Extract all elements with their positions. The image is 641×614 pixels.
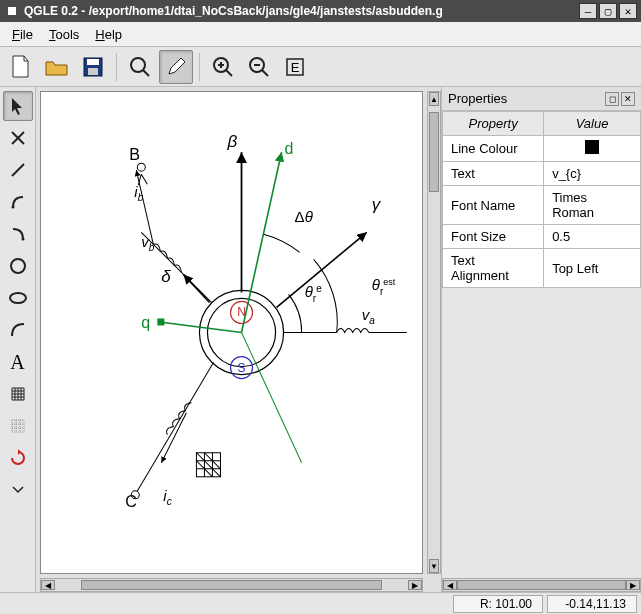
table-row: Font Size 0.5 [443, 225, 641, 249]
vscroll-thumb[interactable] [429, 112, 439, 192]
ellipse-tool[interactable] [3, 283, 33, 313]
properties-col-property[interactable]: Property [443, 112, 544, 136]
color-swatch[interactable] [585, 140, 599, 154]
statusbar: R: 101.00 -0.14,11.13 [0, 592, 641, 614]
properties-table: Property Value Line Colour Text v_{c} Fo… [442, 111, 641, 288]
svg-line-59 [136, 363, 213, 493]
rotate-tool[interactable] [3, 443, 33, 473]
svg-point-4 [131, 58, 145, 72]
properties-float-button[interactable]: ◻ [605, 92, 619, 106]
svg-text:va: va [362, 306, 376, 326]
drawing-canvas[interactable]: N S va β d [40, 91, 423, 574]
svg-point-19 [21, 238, 24, 241]
label-C: C [125, 492, 137, 510]
svg-text:ic: ic [163, 487, 171, 507]
window-title: QGLE 0.2 - /export/home1/dtai_NoCsBack/j… [24, 4, 579, 18]
properties-col-value[interactable]: Value [544, 112, 641, 136]
properties-close-button[interactable]: ✕ [621, 92, 635, 106]
table-row: Text v_{c} [443, 162, 641, 186]
label-q: q [141, 313, 150, 331]
properties-title: Properties [448, 91, 603, 106]
hscroll-thumb[interactable] [81, 580, 382, 590]
svg-rect-2 [87, 59, 99, 65]
svg-line-51 [242, 333, 302, 463]
cross-tool[interactable] [3, 123, 33, 153]
open-button[interactable] [40, 50, 74, 84]
label-gamma: γ [372, 195, 382, 214]
maximize-button[interactable]: ▢ [599, 3, 617, 19]
table-row: Font Name Times Roman [443, 186, 641, 225]
svg-text:Δθ: Δθ [295, 208, 314, 225]
new-button[interactable] [4, 50, 38, 84]
line-tool[interactable] [3, 155, 33, 185]
label-beta: β [226, 132, 237, 151]
scroll-left-icon[interactable]: ◀ [41, 580, 55, 590]
svg-text:θrest: θrest [372, 276, 396, 297]
svg-text:ib: ib [134, 183, 143, 203]
more-tools[interactable] [3, 475, 33, 505]
canvas-hscrollbar[interactable]: ◀ ▶ [40, 578, 423, 592]
svg-point-18 [11, 206, 14, 209]
pointer-tool[interactable] [3, 91, 33, 121]
export-button[interactable]: E [278, 50, 312, 84]
canvas-vscrollbar[interactable]: ▲ ▼ [427, 91, 441, 574]
svg-text:vb: vb [141, 233, 155, 253]
menu-tools[interactable]: Tools [43, 25, 85, 44]
scroll-right-icon[interactable]: ▶ [408, 580, 422, 590]
svg-rect-50 [157, 318, 164, 325]
svg-point-20 [11, 259, 25, 273]
app-icon [4, 3, 20, 19]
status-xy: -0.14,11.13 [547, 595, 637, 613]
save-button[interactable] [76, 50, 110, 84]
arc-left-tool[interactable] [3, 187, 33, 217]
properties-panel: Properties ◻ ✕ Property Value Line Colou… [441, 87, 641, 592]
svg-line-5 [143, 70, 149, 76]
side-toolbar: A [0, 87, 36, 592]
label-S: S [238, 361, 246, 375]
edit-tool-button[interactable] [159, 50, 193, 84]
zoom-tool-button[interactable] [123, 50, 157, 84]
svg-point-56 [137, 163, 145, 171]
table-row: Line Colour [443, 136, 641, 162]
status-r: R: 101.00 [453, 595, 543, 613]
menubar: File Tools Help [0, 22, 641, 47]
text-tool[interactable]: A [3, 347, 33, 377]
toolbar: E [0, 47, 641, 87]
svg-point-21 [10, 293, 26, 303]
arc-right-tool[interactable] [3, 219, 33, 249]
svg-line-17 [12, 164, 24, 176]
circle-tool[interactable] [3, 251, 33, 281]
properties-hscrollbar[interactable]: ◀ ▶ [442, 578, 641, 592]
minimize-button[interactable]: – [579, 3, 597, 19]
grid-coarse-tool[interactable] [3, 411, 33, 441]
label-d: d [285, 139, 294, 157]
menu-file[interactable]: File [6, 25, 39, 44]
svg-rect-0 [8, 7, 16, 15]
zoom-out-button[interactable] [242, 50, 276, 84]
svg-text:E: E [291, 60, 300, 75]
label-delta: δ [161, 267, 171, 286]
close-button[interactable]: ✕ [619, 3, 637, 19]
zoom-in-button[interactable] [206, 50, 240, 84]
svg-line-7 [226, 70, 232, 76]
svg-rect-3 [88, 68, 98, 75]
scroll-left-icon[interactable]: ◀ [443, 580, 457, 590]
svg-text:θre: θre [305, 283, 323, 304]
svg-line-11 [262, 70, 268, 76]
curve-tool[interactable] [3, 315, 33, 345]
menu-help[interactable]: Help [89, 25, 128, 44]
grid-fine-tool[interactable] [3, 379, 33, 409]
canvas-area: N S va β d [36, 87, 441, 592]
table-row: Text Alignment Top Left [443, 249, 641, 288]
label-B: B [129, 145, 140, 163]
scroll-right-icon[interactable]: ▶ [626, 580, 640, 590]
titlebar: QGLE 0.2 - /export/home1/dtai_NoCsBack/j… [0, 0, 641, 22]
svg-line-49 [163, 322, 241, 332]
scroll-down-icon[interactable]: ▼ [429, 559, 439, 573]
props-hscroll-thumb[interactable] [457, 580, 626, 590]
scroll-up-icon[interactable]: ▲ [429, 92, 439, 106]
